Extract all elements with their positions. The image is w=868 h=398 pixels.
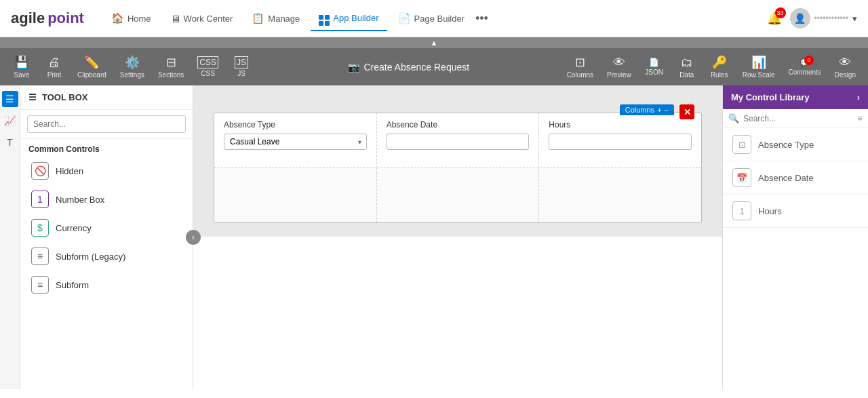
nav-item-manage[interactable]: 📋 Manage (243, 8, 308, 28)
sort-icon[interactable]: ≡ (857, 113, 863, 123)
design-icon: 👁 (839, 56, 851, 70)
columns-badge[interactable]: Columns + − (620, 104, 674, 115)
toolbox-item-subform[interactable]: ≡ Subform (20, 271, 193, 299)
nav-item-home-label: Home (127, 14, 151, 24)
right-panel: My Control Library › 🔍 ≡ ⊡ Absence Type … (722, 85, 868, 389)
columns-plus-icon: + (657, 106, 661, 114)
hours-ctrl-label: Hours (758, 206, 782, 216)
right-panel-search: 🔍 ≡ (723, 109, 868, 128)
absence-type-select-wrap: Casual Leave ▾ (224, 134, 367, 150)
user-chevron-icon: ▾ (852, 14, 857, 24)
toolbar: 💾 Save 🖨 Print ✏️ Clipboard ⚙️ Settings … (0, 48, 868, 85)
close-button[interactable]: ✕ (679, 104, 694, 119)
absence-type-label: Absence Type (224, 120, 367, 130)
form-cell-absence-type: Absence Type Casual Leave ▾ (214, 113, 377, 167)
toolbar-row-scale[interactable]: 📊 Row Scale (737, 52, 781, 81)
row-scale-icon: 📊 (751, 55, 766, 70)
clipboard-icon: ✏️ (84, 55, 99, 70)
form-cell-hours: Hours (539, 113, 701, 167)
logo-agile: agile (11, 9, 45, 27)
home-icon: 🏠 (111, 12, 124, 24)
notification-button[interactable]: 🔔 33 (767, 11, 782, 26)
toolbox-item-number-box[interactable]: 1 Number Box (20, 185, 193, 214)
toolbar-print[interactable]: 🖨 Print (39, 53, 69, 81)
hours-input[interactable] (549, 134, 692, 150)
toolbox-header: ☰ TOOL BOX (20, 85, 193, 110)
user-menu[interactable]: 👤 •••••••••••• ▾ (790, 8, 857, 28)
toolbar-comments[interactable]: 💬 0 Comments (783, 56, 827, 79)
nav-item-page-builder[interactable]: 📄 Page Builder (390, 8, 473, 28)
absence-date-input[interactable] (387, 134, 530, 150)
nav-item-app-builder-label: App Builder (333, 13, 378, 23)
print-icon: 🖨 (48, 56, 60, 70)
control-item-absence-date[interactable]: 📅 Absence Date (723, 161, 868, 195)
grid-icon (319, 10, 330, 26)
toolbar-clipboard[interactable]: ✏️ Clipboard (72, 52, 112, 81)
sidebar-icon-chart[interactable]: 📈 (2, 113, 18, 129)
toolbox-icon: ☰ (28, 92, 37, 102)
canvas-area: Columns + − ✕ Absence Type Casual Leave (193, 85, 722, 237)
toolbar-sections[interactable]: ⊟ Sections (153, 52, 189, 81)
columns-icon: ⊡ (575, 55, 585, 70)
canvas-wrapper: ‹ Columns + − ✕ Absence Type (193, 85, 722, 389)
toolbox-item-subform-legacy[interactable]: ≡ Subform (Legacy) (20, 242, 193, 271)
logo-point: point (47, 9, 84, 27)
toolbox-section-label: Common Controls (20, 139, 193, 157)
toolbar-save[interactable]: 💾 Save (7, 52, 37, 81)
rules-icon: 🔑 (712, 55, 727, 70)
nav-item-work-center[interactable]: 🖥 Work Center (162, 9, 241, 28)
toolbar-js[interactable]: JS JS (226, 54, 256, 80)
form-cell-empty-1 (214, 168, 377, 222)
preview-icon: 👁 (613, 56, 625, 70)
sidebar-icon-list[interactable]: ☰ (2, 91, 18, 107)
toolbox-item-hidden-label: Hidden (56, 166, 83, 176)
nav-items: 🏠 Home 🖥 Work Center 📋 Manage App Builde… (103, 6, 762, 31)
control-item-absence-type[interactable]: ⊡ Absence Type (723, 128, 868, 161)
camera-icon: 📷 (348, 62, 359, 73)
number-box-icon: 1 (31, 191, 49, 208)
toolbar-settings[interactable]: ⚙️ Settings (115, 52, 150, 81)
toolbar-columns[interactable]: ⊡ Columns (561, 52, 599, 81)
absence-type-select[interactable]: Casual Leave (224, 134, 367, 150)
page-icon: 📄 (398, 12, 411, 24)
right-panel-arrow-icon: › (857, 92, 860, 102)
toolbox-item-currency[interactable]: $ Currency (20, 214, 193, 242)
right-panel-title: My Control Library (731, 92, 810, 102)
toolbar-json[interactable]: 📄 JSON (639, 55, 669, 79)
nav-item-home[interactable]: 🏠 Home (103, 8, 159, 28)
sidebar-icon-t[interactable]: T (2, 134, 18, 151)
nav-more[interactable]: ••• (475, 12, 488, 26)
toolbar-design[interactable]: 👁 Design (829, 53, 861, 81)
absence-type-ctrl-label: Absence Type (758, 140, 814, 150)
toolbox-search-area (20, 110, 193, 139)
toolbar-css[interactable]: CSS CSS (192, 54, 224, 80)
settings-icon: ⚙️ (125, 55, 140, 70)
nav-right: 🔔 33 👤 •••••••••••• ▾ (767, 8, 857, 28)
search-icon: 🔍 (728, 113, 739, 123)
user-name: •••••••••••• (814, 14, 848, 23)
toggle-chevron[interactable]: ‹ (186, 230, 201, 245)
control-item-hours[interactable]: 1 Hours (723, 195, 868, 228)
toolbox-item-hidden[interactable]: 🚫 Hidden (20, 157, 193, 185)
user-avatar: 👤 (790, 8, 810, 28)
logo[interactable]: agilepoint (11, 9, 84, 27)
toolbox-title: TOOL BOX (42, 92, 87, 102)
columns-minus-icon: − (665, 106, 669, 114)
sidebar-icons: ☰ 📈 T (0, 85, 20, 389)
form-row-1: Absence Type Casual Leave ▾ Absence Date (214, 113, 701, 168)
toolbar-preview[interactable]: 👁 Preview (601, 53, 637, 81)
hidden-icon: 🚫 (31, 162, 49, 180)
toolbox-search-input[interactable] (27, 115, 186, 133)
save-icon: 💾 (14, 55, 29, 70)
nav-item-app-builder[interactable]: App Builder (311, 6, 387, 31)
toolbar-rules[interactable]: 🔑 Rules (705, 52, 734, 81)
toolbar-data[interactable]: 🗂 Data (672, 53, 702, 81)
absence-date-label: Absence Date (387, 120, 530, 130)
currency-icon: $ (31, 219, 49, 237)
form-cell-absence-date: Absence Date (377, 113, 540, 167)
right-panel-header[interactable]: My Control Library › (723, 85, 868, 109)
right-panel-search-input[interactable] (743, 114, 853, 123)
main-layout: ☰ 📈 T ☰ TOOL BOX Common Controls 🚫 Hidde… (0, 85, 868, 389)
hours-ctrl-icon: 1 (732, 201, 751, 220)
collapse-bar[interactable]: ▲ (0, 37, 868, 48)
